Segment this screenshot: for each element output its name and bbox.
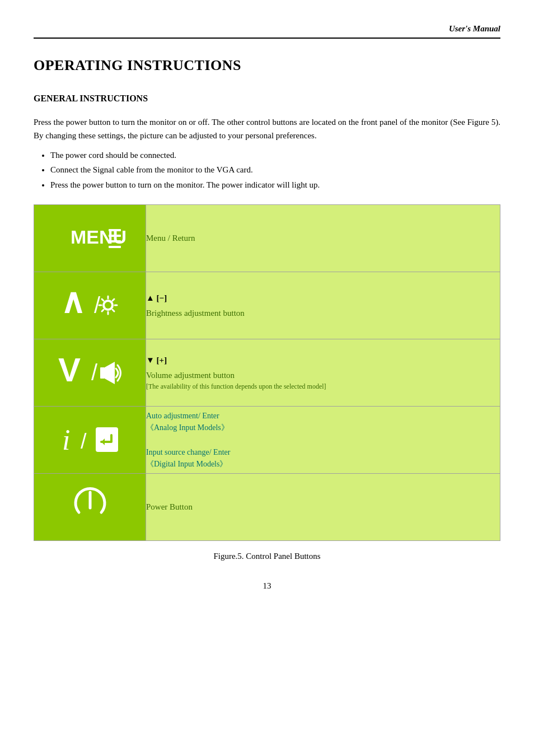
- menu-desc-text: Menu / Return: [146, 234, 195, 242]
- svg-rect-3: [109, 240, 121, 242]
- svg-text:i: i: [62, 424, 70, 456]
- menu-icon-cell: MENU: [34, 205, 146, 272]
- bullet-item-3: Press the power button to turn on the mo…: [50, 179, 500, 192]
- svg-line-15: [102, 310, 104, 311]
- svg-line-14: [113, 299, 114, 301]
- brightness-desc-text: Brightness adjustment button: [146, 307, 500, 320]
- figure-caption: Figure.5. Control Panel Buttons: [34, 550, 500, 563]
- svg-line-13: [113, 310, 114, 311]
- menu-icon: MENU: [34, 213, 146, 264]
- svg-line-12: [102, 299, 104, 301]
- power-desc-text: Power Button: [146, 502, 193, 511]
- bullet-list: The power cord should be connected. Conn…: [50, 149, 500, 192]
- volume-desc-cell: ▼ [+] Volume adjustment button [The avai…: [146, 339, 500, 407]
- power-desc-cell: Power Button: [146, 474, 500, 541]
- enter-digital-text: 《Digital Input Models》: [146, 458, 500, 470]
- control-table: MENU Menu / Return: [34, 204, 500, 541]
- section-title: GENERAL INSTRUCTIONS: [34, 92, 500, 105]
- page-title: OPERATING INSTRUCTIONS: [34, 54, 500, 76]
- power-icon: [34, 482, 146, 533]
- svg-rect-1: [109, 229, 121, 231]
- enter-icon: i /: [34, 415, 146, 465]
- volume-desc-text: Volume adjustment button: [146, 369, 500, 382]
- svg-text:V: V: [58, 351, 81, 389]
- volume-icon-cell: V /: [34, 339, 146, 407]
- volume-icon: V /: [34, 348, 146, 398]
- enter-input-text: Input source change/ Enter: [146, 446, 500, 458]
- table-row-menu: MENU Menu / Return: [34, 205, 500, 272]
- table-row-enter: i / Auto adjustment: [34, 407, 500, 474]
- bullet-item-1: The power cord should be connected.: [50, 149, 500, 162]
- svg-text:/: /: [81, 430, 87, 453]
- brightness-icon-cell: ∧ /: [34, 272, 146, 339]
- svg-rect-2: [109, 235, 121, 237]
- enter-analog-text: 《Analog Input Models》: [146, 422, 500, 433]
- enter-auto-text: Auto adjustment/ Enter: [146, 410, 500, 422]
- svg-text:∧: ∧: [60, 283, 85, 320]
- volume-desc-small: [The availability of this function depen…: [146, 381, 500, 391]
- table-row-volume: V /: [34, 339, 500, 407]
- brightness-desc-cell: ▲ [−] Brightness adjustment button: [146, 272, 500, 339]
- brightness-icon: ∧ /: [34, 281, 146, 331]
- volume-desc-title: ▼ [+]: [146, 354, 500, 367]
- svg-marker-20: [105, 362, 115, 384]
- power-icon-cell: [34, 474, 146, 541]
- brightness-desc-title: ▲ [−]: [146, 292, 500, 305]
- table-row-brightness: ∧ /: [34, 272, 500, 339]
- menu-desc-cell: Menu / Return: [146, 205, 500, 272]
- body-text: Press the power button to turn the monit…: [34, 115, 500, 142]
- svg-point-16: [105, 302, 111, 309]
- bullet-item-2: Connect the Signal cable from the monito…: [50, 164, 500, 176]
- header-bar: User's Manual: [34, 22, 500, 39]
- svg-rect-19: [100, 367, 105, 379]
- page-number: 13: [34, 580, 500, 592]
- enter-desc-cell: Auto adjustment/ Enter 《Analog Input Mod…: [146, 407, 500, 474]
- svg-text:/: /: [91, 360, 98, 385]
- svg-rect-23: [96, 427, 118, 452]
- svg-rect-4: [109, 246, 121, 248]
- enter-icon-cell: i /: [34, 407, 146, 474]
- header-title: User's Manual: [449, 22, 500, 35]
- table-row-power: Power Button: [34, 474, 500, 541]
